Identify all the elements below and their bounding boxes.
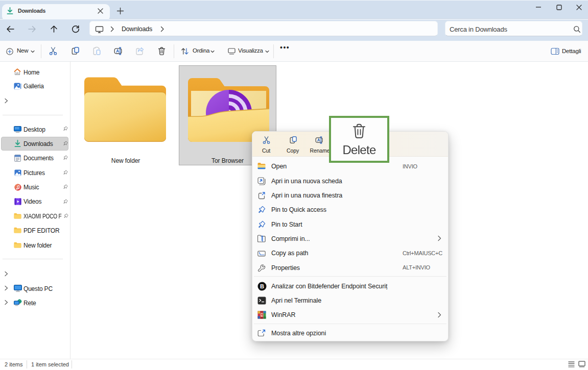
svg-text:B: B [260, 283, 264, 289]
